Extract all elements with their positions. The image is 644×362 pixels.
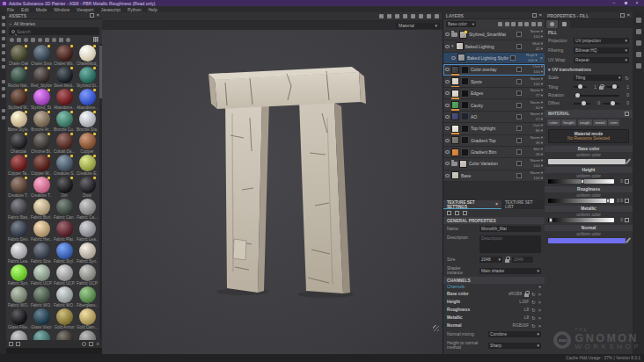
- opacity-select[interactable]: 100 ▾: [533, 34, 543, 40]
- layer-row[interactable]: EdgesNorm ▾77 ▾: [443, 88, 545, 99]
- material-item[interactable]: Bronze Sta...: [77, 111, 98, 132]
- close-icon[interactable]: ×: [633, 0, 641, 6]
- material-item[interactable]: Bone Style...: [8, 111, 29, 132]
- paint-tool[interactable]: [2, 16, 5, 19]
- material-item[interactable]: Stylized_St...: [31, 89, 52, 110]
- add-smart-mask-icon[interactable]: [498, 22, 502, 26]
- channel-remove-icon[interactable]: ×: [538, 300, 541, 305]
- material-item[interactable]: Dirt: [54, 177, 75, 198]
- channel-toggle-nrm[interactable]: nrm: [608, 119, 619, 126]
- channel-reset-icon[interactable]: ↻: [531, 308, 536, 313]
- channel-remove-icon[interactable]: ×: [538, 323, 541, 329]
- rotation-icon[interactable]: [419, 14, 423, 18]
- material-item[interactable]: Fabric Ca...: [77, 199, 98, 220]
- opacity-select[interactable]: 100 ▾: [528, 58, 538, 63]
- material-item[interactable]: Gold Dam...: [77, 308, 98, 329]
- material-item[interactable]: Fabric Den...: [8, 221, 29, 242]
- properties-popout-icon[interactable]: [620, 13, 625, 18]
- texset-shader-icon[interactable]: [455, 211, 459, 215]
- menu-python[interactable]: Python: [124, 7, 145, 12]
- material-item[interactable]: Glass Filte...: [8, 308, 29, 329]
- material-item[interactable]: Copper Ta...: [8, 155, 29, 176]
- channel-format-select[interactable]: L8: [524, 308, 529, 312]
- material-item[interactable]: Fabric Burl...: [31, 199, 52, 220]
- material-item[interactable]: Chalet Oak: [8, 45, 29, 66]
- material-item[interactable]: Creature T...: [8, 177, 29, 198]
- material-item[interactable]: Steel Med...: [54, 67, 75, 88]
- material-item[interactable]: Fabric Stre...: [31, 243, 52, 264]
- new-frame-icon[interactable]: [395, 14, 399, 18]
- tab-texture-set-list[interactable]: TEXTURE SET LIST: [501, 200, 545, 209]
- metallic-slider[interactable]: [548, 218, 614, 222]
- tab-tool-properties[interactable]: [559, 20, 570, 28]
- material-item[interactable]: Copper W...: [31, 155, 52, 176]
- normal-mixing-select[interactable]: Combine ▾: [488, 331, 541, 337]
- menu-help[interactable]: Help: [144, 7, 160, 12]
- opacity-select[interactable]: 26 ▾: [536, 152, 543, 157]
- material-item[interactable]: Stylized W...: [8, 89, 29, 110]
- roughness-slider[interactable]: [548, 199, 614, 203]
- layer-row[interactable]: BaseNorm ▾100 ▾: [443, 170, 545, 182]
- viewport-layout-icon[interactable]: [411, 14, 415, 18]
- material-item[interactable]: Abandone...: [54, 89, 75, 110]
- filter-smart-masks-icon[interactable]: [31, 38, 35, 42]
- rotation-slider[interactable]: [574, 95, 619, 97]
- material-item[interactable]: Rocks Nat...: [8, 67, 29, 88]
- add-smart-material-icon[interactable]: [524, 22, 529, 26]
- uv-transform-header[interactable]: ▾ UV transformations: [545, 65, 633, 73]
- grid-view-icon[interactable]: [93, 37, 99, 42]
- material-item[interactable]: HangingG...: [8, 330, 29, 340]
- material-item[interactable]: Fabric Bas...: [8, 199, 29, 220]
- tab-close-icon[interactable]: ×: [495, 202, 498, 206]
- material-item[interactable]: Fabric WO...: [54, 286, 75, 308]
- opacity-select[interactable]: 100 ▾: [533, 163, 543, 169]
- opacity-select[interactable]: 17 ▾: [536, 117, 543, 122]
- smudge-tool[interactable]: [2, 44, 5, 47]
- layer-row[interactable]: ▾Baked LightingMult ▾42 ▾: [443, 40, 545, 52]
- shader-select[interactable]: Main shader ▾: [479, 268, 541, 274]
- material-item[interactable]: Iron Forge...: [77, 330, 98, 340]
- camera-icon[interactable]: [435, 14, 439, 18]
- material-item[interactable]: Holt Dama...: [54, 330, 75, 340]
- opacity-select[interactable]: 100 ▾: [533, 69, 543, 75]
- layer-visibility-icon[interactable]: [445, 91, 450, 95]
- material-item[interactable]: Bronze Ar...: [31, 111, 52, 132]
- clone-tool[interactable]: [2, 51, 5, 54]
- menu-mode[interactable]: Mode: [33, 7, 51, 12]
- material-picker-tool[interactable]: [2, 58, 5, 62]
- menu-window[interactable]: Window: [50, 7, 73, 12]
- layer-visibility-icon[interactable]: [445, 104, 450, 107]
- material-item[interactable]: Stylized St...: [77, 67, 98, 88]
- material-mode-button[interactable]: Material mode No Resource Selected: [548, 129, 629, 143]
- add-effect-icon[interactable]: [505, 22, 509, 26]
- layer-visibility-icon[interactable]: [445, 150, 450, 154]
- opacity-select[interactable]: 60 ▾: [536, 105, 543, 111]
- search-box[interactable]: [9, 27, 99, 35]
- opacity-select[interactable]: 42 ▾: [536, 47, 543, 52]
- material-item[interactable]: Fabric Styl...: [54, 243, 75, 264]
- filter-materials-icon[interactable]: [17, 38, 21, 42]
- layer-row[interactable]: AONorm ▾17 ▾: [443, 112, 545, 123]
- material-item[interactable]: Fabric UCP...: [54, 264, 75, 286]
- rotate-tool[interactable]: [2, 94, 5, 98]
- resize-grip[interactable]: [433, 325, 439, 331]
- eraser-tool[interactable]: [2, 23, 5, 26]
- channel-reset-icon[interactable]: ↻: [531, 323, 536, 329]
- minimize-icon[interactable]: –: [610, 0, 618, 6]
- reset-icon[interactable]: ↻: [625, 76, 629, 81]
- layer-visibility-icon[interactable]: [451, 56, 456, 60]
- layer-row[interactable]: Gradient TopNorm ▾35 ▾: [443, 135, 545, 147]
- material-item[interactable]: Fiberglass...: [77, 286, 98, 308]
- material-item[interactable]: Fabric Lea...: [8, 243, 29, 264]
- name-field[interactable]: Monolith_Mat: [479, 226, 541, 232]
- material-item[interactable]: Copper: [77, 133, 98, 154]
- filter-textures-icon[interactable]: [52, 38, 56, 42]
- tab-texture-set-settings[interactable]: TEXTURE SET SETTINGS ×: [443, 200, 501, 209]
- import-resources-icon[interactable]: [9, 342, 13, 346]
- material-item[interactable]: Charcoal: [8, 133, 29, 154]
- layer-visibility-icon[interactable]: [445, 45, 450, 48]
- material-item[interactable]: Fabric WO...: [31, 286, 52, 308]
- layer-visibility-icon[interactable]: [445, 162, 450, 165]
- polygon-fill-tool[interactable]: [2, 37, 5, 40]
- snap-icon[interactable]: [387, 14, 392, 18]
